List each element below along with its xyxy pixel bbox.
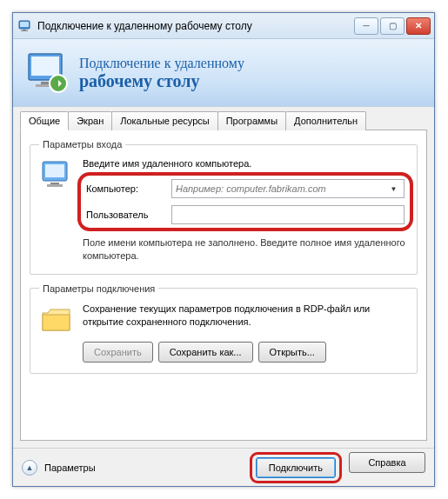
tab-local-resources[interactable]: Локальные ресурсы — [111, 111, 217, 130]
connection-legend: Параметры подключения — [39, 283, 158, 294]
svg-rect-2 — [23, 30, 26, 30]
options-label: Параметры — [44, 462, 243, 473]
svg-rect-12 — [47, 184, 63, 187]
tabs: Общие Экран Локальные ресурсы Программы … — [20, 111, 427, 130]
user-label: Пользователь — [86, 210, 163, 220]
banner-line2: рабочему столу — [79, 71, 244, 90]
tab-panel-general: Параметры входа Введите имя удаленного к… — [20, 130, 427, 441]
tab-display[interactable]: Экран — [68, 111, 112, 130]
titlebar[interactable]: Подключение к удаленному рабочему столу … — [13, 13, 434, 39]
close-button[interactable]: ✕ — [406, 17, 431, 35]
footer: ▲ Параметры Подключить Справка — [13, 448, 434, 486]
collapse-options-button[interactable]: ▲ — [22, 460, 37, 476]
chevron-up-icon: ▲ — [26, 463, 34, 472]
connection-settings-group: Параметры подключения Сохранение текущих… — [30, 283, 418, 374]
computer-placeholder: Например: computer.fabrikam.com — [176, 183, 387, 194]
save-as-button[interactable]: Сохранить как... — [158, 342, 253, 363]
help-button[interactable]: Справка — [349, 452, 425, 473]
connect-button[interactable]: Подключить — [256, 457, 336, 478]
banner-line1: Подключение к удаленному — [79, 56, 244, 71]
chevron-down-icon[interactable]: ▼ — [387, 185, 400, 193]
titlebar-title: Подключение к удаленному рабочему столу — [37, 20, 354, 32]
svg-rect-11 — [50, 183, 59, 184]
highlight-inputs: Компьютер: Например: computer.fabrikam.c… — [77, 172, 413, 231]
computer-icon — [39, 158, 74, 193]
maximize-button[interactable]: ▢ — [380, 17, 405, 35]
tab-programs[interactable]: Программы — [217, 111, 286, 130]
svg-rect-5 — [31, 57, 59, 76]
open-button[interactable]: Открыть... — [258, 342, 326, 363]
minimize-button[interactable]: ─ — [354, 17, 378, 35]
banner: Подключение к удаленному рабочему столу — [13, 39, 434, 107]
save-button[interactable]: Сохранить — [83, 342, 153, 363]
login-settings-group: Параметры входа Введите имя удаленного к… — [30, 139, 418, 275]
computer-combobox[interactable]: Например: computer.fabrikam.com ▼ — [171, 179, 405, 198]
rdp-icon — [25, 50, 70, 96]
username-input[interactable] — [171, 205, 405, 224]
folder-icon — [39, 303, 74, 337]
computer-hint: Поле имени компьютера не заполнено. Введ… — [83, 236, 408, 263]
app-icon — [18, 19, 32, 33]
tab-advanced[interactable]: Дополнительн — [285, 111, 366, 130]
connection-desc: Сохранение текущих параметров подключени… — [83, 303, 408, 329]
rdp-dialog: Подключение к удаленному рабочему столу … — [12, 12, 435, 487]
svg-rect-3 — [21, 30, 28, 31]
tab-general[interactable]: Общие — [20, 111, 69, 130]
login-intro: Введите имя удаленного компьютера. — [83, 158, 408, 169]
computer-label: Компьютер: — [86, 183, 163, 194]
svg-rect-1 — [20, 22, 29, 27]
highlight-connect: Подключить — [250, 452, 342, 483]
login-legend: Параметры входа — [39, 139, 125, 150]
svg-rect-6 — [41, 82, 50, 84]
svg-rect-10 — [45, 164, 64, 177]
